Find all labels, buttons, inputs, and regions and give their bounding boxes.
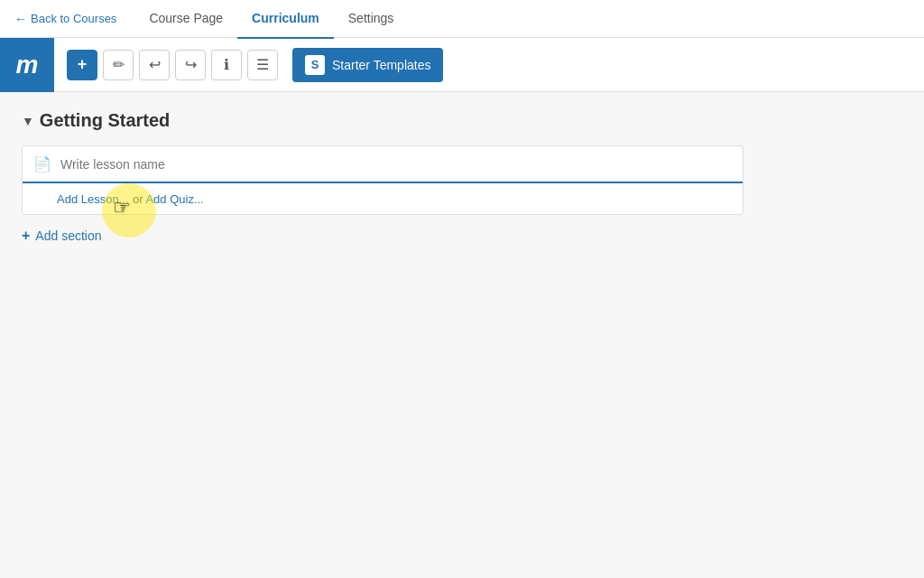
toolbar: m + ✏ ↩ ↪ ℹ ☰ S Starter Templates [0, 38, 924, 92]
toolbar-tools: + ✏ ↩ ↪ ℹ ☰ S Starter Templates [54, 48, 924, 82]
back-arrow-icon: ← [14, 12, 27, 26]
add-quiz-link[interactable]: Add Quiz... [145, 192, 203, 206]
lesson-doc-icon: 📄 [33, 155, 51, 172]
add-section-button[interactable]: + Add section [22, 224, 102, 247]
lesson-input-row: 📄 [23, 146, 743, 183]
add-lesson-link[interactable]: Add Lesson... [57, 192, 129, 206]
edit-icon: ✏ [113, 56, 125, 73]
menu-button[interactable]: ☰ [247, 50, 278, 80]
main-content: ▼ Getting Started 📄 Add Lesson... or Add… [0, 92, 924, 578]
tab-curriculum[interactable]: Curriculum [237, 0, 334, 39]
lesson-actions-row: Add Lesson... or Add Quiz... ☞ [23, 183, 743, 214]
action-separator: or [133, 192, 145, 206]
add-section-plus-icon: + [22, 228, 30, 244]
starter-templates-button[interactable]: S Starter Templates [292, 48, 443, 82]
back-label: Back to Courses [31, 12, 116, 25]
undo-button[interactable]: ↩ [139, 50, 170, 80]
section-title: Getting Started [40, 110, 170, 131]
lesson-container: 📄 Add Lesson... or Add Quiz... ☞ [22, 145, 744, 215]
add-section-label: Add section [35, 228, 101, 243]
nav-tabs: Course Page Curriculum Settings [134, 0, 408, 39]
section-header: ▼ Getting Started [22, 110, 902, 131]
menu-icon: ☰ [256, 56, 269, 73]
logo-letter: m [16, 51, 39, 79]
edit-button[interactable]: ✏ [103, 50, 134, 80]
cursor-highlight [102, 183, 156, 238]
starter-templates-label: Starter Templates [332, 58, 430, 72]
info-icon: ℹ [224, 56, 229, 73]
undo-icon: ↩ [149, 56, 161, 73]
logo: m [0, 38, 54, 92]
back-to-courses-link[interactable]: ← Back to Courses [14, 12, 116, 26]
chevron-down-icon: ▼ [22, 114, 34, 128]
starter-templates-icon: S [305, 55, 325, 75]
add-icon: + [78, 55, 88, 74]
tab-settings[interactable]: Settings [334, 0, 409, 39]
top-nav: ← Back to Courses Course Page Curriculum… [0, 0, 924, 38]
add-button[interactable]: + [67, 50, 97, 80]
redo-button[interactable]: ↪ [175, 50, 206, 80]
cursor-area: Add Lesson... or Add Quiz... ☞ [57, 191, 204, 207]
lesson-name-input[interactable] [60, 157, 732, 172]
redo-icon: ↪ [185, 56, 197, 73]
info-button[interactable]: ℹ [211, 50, 242, 80]
tab-course-page[interactable]: Course Page [134, 0, 237, 39]
